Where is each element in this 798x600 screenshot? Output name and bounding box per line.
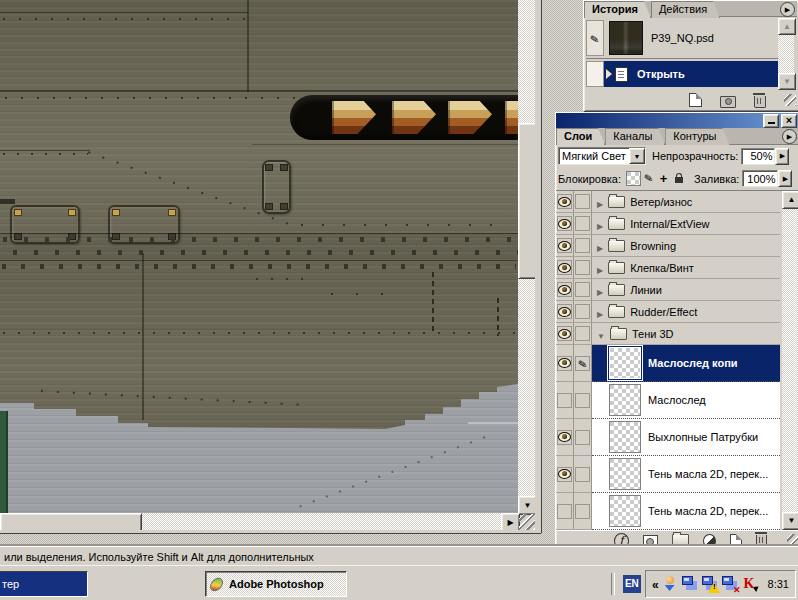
layer-row[interactable]: Маслослед <box>556 382 780 419</box>
history-scroll-down[interactable]: ▼ <box>778 73 796 90</box>
tab-layers[interactable]: Слои <box>556 128 605 145</box>
network-warning-tray-icon[interactable]: ! <box>702 575 719 592</box>
layer-name[interactable]: Тень масла 2D, перек... <box>648 468 768 480</box>
link-cell[interactable] <box>574 419 592 455</box>
new-document-from-state-button[interactable] <box>689 93 702 107</box>
visibility-toggle[interactable] <box>556 301 574 322</box>
link-cell[interactable] <box>574 191 592 212</box>
layer-name[interactable]: Маслослед копи <box>648 357 738 369</box>
history-resize-grip[interactable] <box>784 94 796 106</box>
close-button[interactable] <box>781 114 797 128</box>
visibility-toggle[interactable] <box>556 191 574 212</box>
messenger-tray-icon[interactable] <box>662 575 679 592</box>
layers-scrollbar[interactable]: ▲ ▼ <box>782 191 798 530</box>
lock-all-button[interactable] <box>671 171 686 186</box>
lock-pixels-button[interactable] <box>641 171 656 186</box>
link-cell[interactable] <box>574 235 592 256</box>
link-cell[interactable] <box>574 323 592 344</box>
opacity-field[interactable]: 50% <box>741 148 775 165</box>
layers-scroll-down[interactable]: ▼ <box>782 512 798 530</box>
visibility-toggle[interactable] <box>556 257 574 278</box>
history-scrollbar[interactable]: ▲ ▼ <box>778 18 794 88</box>
link-cell[interactable] <box>574 456 592 492</box>
expand-triangle-icon[interactable] <box>597 237 603 255</box>
language-indicator[interactable]: EN <box>623 575 641 593</box>
layers-titlebar[interactable] <box>556 113 798 128</box>
link-cell[interactable] <box>574 382 592 418</box>
visibility-toggle[interactable] <box>556 279 574 300</box>
layer-thumbnail[interactable] <box>609 495 641 527</box>
history-state-well[interactable] <box>586 61 604 87</box>
layer-row-selected[interactable]: Маслослед копи <box>556 345 780 382</box>
kaspersky-tray-icon[interactable] <box>742 575 759 592</box>
layer-row[interactable]: Тень масла 2D, перек... <box>556 493 780 530</box>
opacity-slider-button[interactable] <box>775 148 789 165</box>
tray-clock[interactable]: 8:31 <box>768 578 789 590</box>
tab-history[interactable]: История <box>584 1 651 18</box>
taskbar-button-photoshop[interactable]: Adobe Photoshop <box>205 571 347 597</box>
fill-field[interactable]: 100% <box>742 170 778 187</box>
history-snapshot-row[interactable]: P39_NQ.psd <box>586 19 778 57</box>
window-resize-grip[interactable] <box>519 514 535 530</box>
paint-indicator-cell[interactable] <box>574 345 592 381</box>
history-state-selected[interactable]: Открыть <box>604 61 778 87</box>
expand-triangle-icon[interactable] <box>597 215 603 233</box>
layer-name[interactable]: Тень масла 2D, перек... <box>648 505 768 517</box>
canvas-hscrollbar[interactable]: ▶ <box>0 513 518 530</box>
layers-panel-menu-button[interactable] <box>782 129 797 144</box>
network-error-tray-icon[interactable] <box>722 575 739 592</box>
layer-group-row[interactable]: Ветер/износ <box>556 191 780 213</box>
expand-triangle-icon[interactable] <box>597 281 603 299</box>
tab-paths[interactable]: Контуры <box>665 128 729 145</box>
expand-triangle-icon[interactable] <box>597 303 603 321</box>
layer-thumbnail[interactable] <box>609 458 641 490</box>
tab-channels[interactable]: Каналы <box>605 128 665 145</box>
taskbar-button-truncated[interactable]: тер <box>0 571 88 597</box>
layer-name[interactable]: Маслослед <box>648 394 706 406</box>
layer-row[interactable]: Тень масла 2D, перек... <box>556 456 780 493</box>
layers-scroll-up[interactable]: ▲ <box>782 191 798 209</box>
fill-slider-button[interactable] <box>778 170 792 187</box>
link-cell[interactable] <box>574 257 592 278</box>
layer-thumbnail[interactable] <box>609 384 641 416</box>
layer-group-row[interactable]: Internal/ExtView <box>556 213 780 235</box>
collapse-triangle-icon[interactable] <box>597 325 605 343</box>
history-brush-source-well[interactable] <box>586 20 604 56</box>
history-scroll-up[interactable]: ▲ <box>778 18 796 35</box>
layer-group-row[interactable]: Клепка/Винт <box>556 257 780 279</box>
visibility-toggle[interactable] <box>556 493 574 529</box>
tab-actions[interactable]: Действия <box>651 1 720 18</box>
visibility-toggle[interactable] <box>556 456 574 492</box>
layer-thumbnail[interactable] <box>609 347 641 379</box>
expand-triangle-icon[interactable] <box>597 259 603 277</box>
link-cell[interactable] <box>574 493 592 529</box>
history-panel-menu-button[interactable] <box>780 2 795 17</box>
minimize-button[interactable] <box>763 114 779 128</box>
layer-group-row[interactable]: Тени 3D <box>556 323 780 345</box>
link-cell[interactable] <box>574 279 592 300</box>
network-tray-icon[interactable] <box>682 575 699 592</box>
tray-collapse-button[interactable] <box>652 575 659 593</box>
visibility-toggle[interactable] <box>556 382 574 418</box>
layer-thumbnail[interactable] <box>609 421 641 453</box>
lock-position-button[interactable]: + <box>656 171 671 186</box>
layer-group-row[interactable]: Линии <box>556 279 780 301</box>
layer-name[interactable]: Выхлопные Патрубки <box>648 431 758 443</box>
expand-triangle-icon[interactable] <box>597 193 603 211</box>
layer-group-row[interactable]: Browning <box>556 235 780 257</box>
link-cell[interactable] <box>574 213 592 234</box>
new-snapshot-button[interactable] <box>720 96 736 108</box>
history-state-row[interactable]: Открыть <box>586 61 778 87</box>
visibility-toggle[interactable] <box>556 323 574 344</box>
blend-dropdown-button[interactable] <box>629 148 645 164</box>
visibility-toggle[interactable] <box>556 213 574 234</box>
link-cell[interactable] <box>574 301 592 322</box>
canvas-vscrollbar[interactable]: ▼ <box>518 0 535 513</box>
visibility-toggle[interactable] <box>556 419 574 455</box>
delete-state-button[interactable] <box>754 96 766 108</box>
blend-mode-select[interactable]: Мягкий Свет <box>558 147 646 165</box>
layer-group-row[interactable]: Rudder/Effect <box>556 301 780 323</box>
delete-layer-button[interactable] <box>756 535 767 547</box>
canvas[interactable] <box>0 0 518 513</box>
visibility-toggle[interactable] <box>556 345 574 381</box>
